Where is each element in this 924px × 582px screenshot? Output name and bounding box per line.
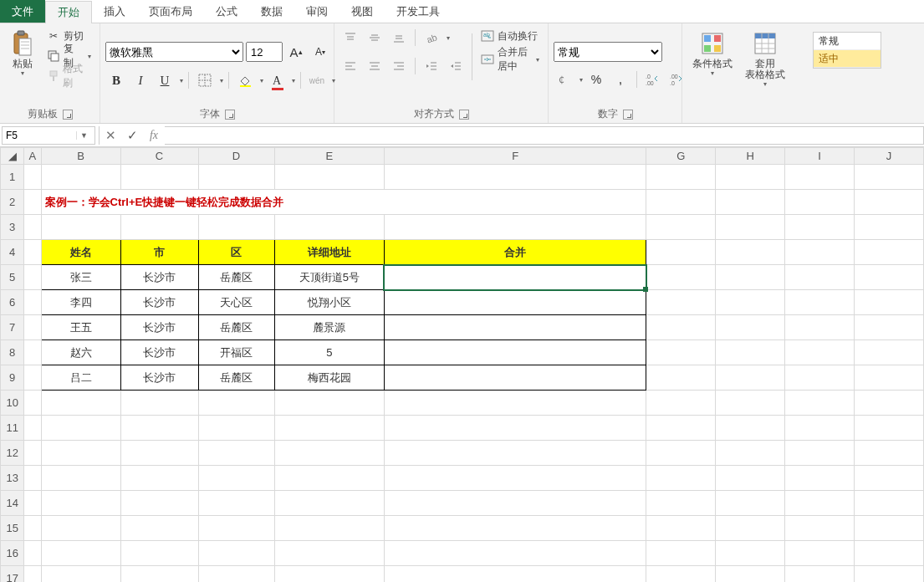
- tab-formulas[interactable]: 公式: [204, 0, 249, 23]
- cell-styles-gallery[interactable]: 常规 适中: [813, 32, 881, 69]
- align-middle-button[interactable]: [364, 27, 385, 48]
- font-name-select[interactable]: 微软雅黑: [105, 42, 243, 62]
- bold-button[interactable]: B: [105, 69, 127, 91]
- font-size-input[interactable]: [246, 42, 283, 62]
- confirm-formula-button[interactable]: ✓: [121, 126, 143, 145]
- cell[interactable]: 长沙市: [120, 315, 198, 340]
- increase-font-button[interactable]: A▴: [285, 41, 307, 63]
- align-right-button[interactable]: [388, 55, 410, 77]
- cell[interactable]: 李四: [41, 290, 120, 315]
- align-top-button[interactable]: [339, 27, 361, 48]
- row-header[interactable]: 1: [1, 165, 24, 190]
- row-header[interactable]: 2: [1, 190, 24, 215]
- cell[interactable]: 梅西花园: [274, 365, 384, 391]
- tab-data[interactable]: 数据: [249, 0, 294, 23]
- row-header[interactable]: 5: [1, 265, 24, 290]
- cell[interactable]: 长沙市: [120, 265, 198, 290]
- cell[interactable]: 岳麓区: [198, 315, 274, 340]
- align-center-button[interactable]: [364, 55, 385, 77]
- italic-button[interactable]: I: [130, 69, 151, 91]
- cell[interactable]: 长沙市: [120, 365, 198, 391]
- tab-file[interactable]: 文件: [0, 0, 45, 23]
- row-header[interactable]: 8: [1, 340, 24, 365]
- font-color-button[interactable]: A: [266, 69, 288, 91]
- cell[interactable]: 长沙市: [120, 290, 198, 315]
- conditional-format-button[interactable]: 条件格式▾: [687, 27, 738, 80]
- tab-page-layout[interactable]: 页面布局: [137, 0, 204, 23]
- cell[interactable]: 吕二: [41, 365, 120, 391]
- row-header[interactable]: 9: [1, 365, 24, 391]
- col-header[interactable]: B: [41, 148, 120, 165]
- select-all-corner[interactable]: ◢: [1, 148, 24, 165]
- decrease-font-button[interactable]: A▾: [309, 41, 331, 63]
- cell[interactable]: [384, 340, 646, 365]
- cell[interactable]: 5: [274, 340, 384, 365]
- row-header[interactable]: 10: [1, 391, 24, 416]
- increase-decimal-button[interactable]: .0.00: [642, 69, 664, 90]
- cell[interactable]: 悦翔小区: [274, 290, 384, 315]
- format-as-table-button[interactable]: 套用 表格格式▾: [738, 27, 793, 91]
- col-header[interactable]: D: [198, 148, 274, 165]
- wrap-text-button[interactable]: ab 自动换行: [477, 27, 543, 45]
- table-header[interactable]: 市: [120, 240, 198, 265]
- row-header[interactable]: 14: [1, 491, 24, 516]
- row-header[interactable]: 3: [1, 215, 24, 240]
- cell[interactable]: 麓景源: [274, 315, 384, 340]
- name-box[interactable]: ▼: [2, 126, 95, 145]
- font-launcher[interactable]: [225, 110, 235, 120]
- row-header[interactable]: 11: [1, 416, 24, 441]
- cell[interactable]: 王五: [41, 315, 120, 340]
- col-header[interactable]: H: [716, 148, 785, 165]
- row-header[interactable]: 12: [1, 441, 24, 466]
- cell[interactable]: [384, 315, 646, 340]
- orientation-button[interactable]: ab: [421, 27, 442, 48]
- align-bottom-button[interactable]: [388, 27, 410, 48]
- insert-function-button[interactable]: fx: [143, 126, 165, 145]
- col-header[interactable]: E: [274, 148, 384, 165]
- formula-input[interactable]: [165, 126, 924, 145]
- fill-color-button[interactable]: [234, 69, 256, 91]
- row-header[interactable]: 17: [1, 566, 24, 583]
- format-painter-button[interactable]: 格式刷: [43, 67, 94, 85]
- col-header[interactable]: G: [646, 148, 716, 165]
- cell[interactable]: 长沙市: [120, 340, 198, 365]
- cell[interactable]: 岳麓区: [198, 365, 274, 391]
- style-neutral[interactable]: 适中: [814, 50, 881, 68]
- align-left-button[interactable]: [339, 55, 361, 77]
- cell[interactable]: 岳麓区: [198, 265, 274, 290]
- row-header[interactable]: 7: [1, 315, 24, 340]
- table-header[interactable]: 区: [198, 240, 274, 265]
- tab-view[interactable]: 视图: [339, 0, 385, 23]
- table-header[interactable]: 详细地址: [274, 240, 384, 265]
- cell[interactable]: 开福区: [198, 340, 274, 365]
- clipboard-launcher[interactable]: [63, 110, 73, 120]
- name-box-input[interactable]: [3, 130, 76, 141]
- name-box-dropdown[interactable]: ▼: [76, 131, 91, 140]
- accounting-format-button[interactable]: ₵: [554, 69, 575, 90]
- row-header[interactable]: 6: [1, 290, 24, 315]
- col-header[interactable]: I: [785, 148, 855, 165]
- cell[interactable]: 天心区: [198, 290, 274, 315]
- increase-indent-button[interactable]: [445, 55, 467, 77]
- underline-button[interactable]: U: [154, 69, 176, 91]
- percent-button[interactable]: %: [585, 69, 607, 90]
- cancel-formula-button[interactable]: ✕: [100, 126, 121, 145]
- row-header[interactable]: 4: [1, 240, 24, 265]
- number-launcher[interactable]: [623, 110, 633, 120]
- tab-developer[interactable]: 开发工具: [385, 0, 452, 23]
- cell[interactable]: [384, 365, 646, 391]
- alignment-launcher[interactable]: [459, 110, 469, 120]
- borders-button[interactable]: [194, 69, 216, 91]
- tab-home[interactable]: 开始: [45, 1, 92, 23]
- col-header[interactable]: F: [384, 148, 646, 165]
- spreadsheet-grid[interactable]: ◢ A B C D E F G H I J 1 2 案例一：学会Ctrl+E快捷…: [0, 147, 924, 582]
- table-header[interactable]: 合并: [384, 240, 646, 265]
- row-header[interactable]: 13: [1, 466, 24, 491]
- active-cell[interactable]: [384, 265, 646, 290]
- phonetic-button[interactable]: wén: [306, 69, 328, 91]
- decrease-indent-button[interactable]: [421, 55, 442, 77]
- row-header[interactable]: 16: [1, 541, 24, 566]
- cell[interactable]: 张三: [41, 265, 120, 290]
- table-header[interactable]: 姓名: [41, 240, 120, 265]
- tab-insert[interactable]: 插入: [92, 0, 137, 23]
